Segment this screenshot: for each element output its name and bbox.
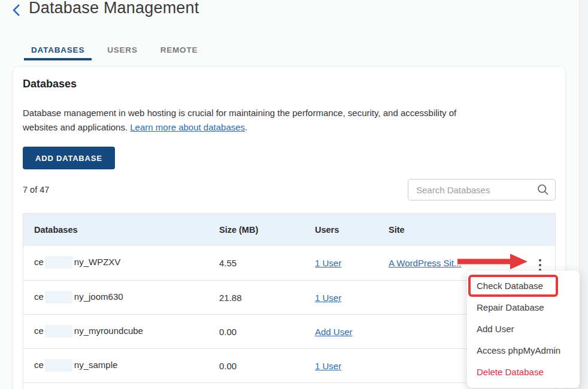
redaction-box (45, 291, 72, 303)
db-name-prefix: ce (34, 360, 44, 370)
back-button[interactable] (11, 3, 22, 17)
db-name: ceny_myroundcube (23, 325, 208, 339)
users-link[interactable]: 1 User (315, 258, 341, 268)
scrollbar-track[interactable] (579, 0, 588, 389)
db-name: ceny_joom630 (23, 291, 208, 305)
card-description: Database management in web hosting is cr… (23, 106, 464, 135)
result-count: 7 of 47 (23, 185, 49, 194)
add-user-link[interactable]: Add User (315, 327, 353, 337)
description-period: . (245, 122, 247, 132)
users-link[interactable]: 1 User (315, 293, 341, 303)
db-name-prefix: ce (34, 257, 44, 267)
site-link[interactable]: A WordPress Sit... (389, 258, 461, 268)
db-size: 4.55 (208, 258, 304, 268)
users-link[interactable]: 1 User (315, 361, 341, 371)
db-name-suffix: ny_myroundcube (74, 326, 143, 336)
menu-item-add-user[interactable]: Add User (467, 318, 580, 340)
header-users: Users (304, 225, 378, 235)
row-actions-menu: Check Database Repair Database Add User … (467, 271, 580, 388)
add-database-button[interactable]: ADD DATABASE (23, 147, 115, 169)
db-name-suffix: ny_WPZXV (74, 257, 121, 267)
db-size: 0.00 (208, 361, 304, 371)
db-size: 0.00 (208, 327, 304, 337)
table-header-row: Databases Size (MB) Users Site (23, 214, 555, 246)
tab-users[interactable]: USERS (100, 42, 145, 60)
db-name-prefix: ce (34, 291, 44, 302)
db-name-suffix: ny_joom630 (74, 291, 123, 302)
menu-item-delete-database[interactable]: Delete Database (467, 361, 580, 383)
redaction-box (45, 256, 72, 269)
menu-item-check-database[interactable]: Check Database (467, 275, 580, 297)
database-management-page: Database Management DATABASES USERS REMO… (0, 0, 588, 389)
tab-databases[interactable]: DATABASES (24, 42, 92, 60)
learn-more-link[interactable]: Learn more about databases (130, 122, 245, 132)
search-input[interactable] (408, 179, 556, 200)
header-site: Site (378, 225, 504, 235)
tab-remote[interactable]: REMOTE (153, 42, 205, 60)
db-name: ceny_sample (23, 359, 208, 373)
redaction-box (45, 359, 72, 372)
search-box (408, 179, 556, 200)
redaction-box (45, 325, 72, 338)
card-heading: Databases (23, 78, 77, 90)
menu-item-repair-database[interactable]: Repair Database (467, 297, 580, 318)
db-size: 21.88 (208, 293, 304, 303)
db-name-prefix: ce (34, 326, 44, 336)
page-title: Database Management (29, 0, 199, 17)
search-icon[interactable] (537, 184, 549, 196)
chevron-left-icon (11, 3, 22, 17)
header-size: Size (MB) (208, 225, 304, 235)
header-databases: Databases (23, 225, 208, 235)
tab-bar: DATABASES USERS REMOTE (24, 42, 205, 60)
menu-item-access-phpmyadmin[interactable]: Access phpMyAdmin (467, 340, 580, 361)
db-name: ceny_WPZXV (23, 256, 208, 270)
annotation-arrow-icon (456, 253, 528, 272)
db-name-suffix: ny_sample (74, 360, 118, 370)
